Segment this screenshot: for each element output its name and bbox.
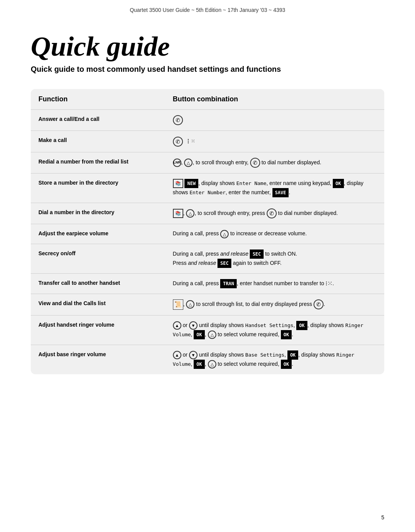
table-row: Dial a number in the directory 📚, △, to … [31,203,384,224]
ok-btn-base1: OK [287,350,298,360]
down-icon-base: ▼ [189,351,198,359]
combination-cell: During a call, press and release SEC to … [165,244,384,273]
table-row: Adjust base ringer volume ▲ or ▼ until d… [31,345,384,374]
ok-btn-ringer3: OK [281,330,292,339]
keypad-transfer-icon: ⁝⁙ [325,279,332,288]
table-row: Adjust the earpiece volume During a call… [31,224,384,244]
combination-cell: ▲ or ▼ until display shows Base Settings… [165,345,384,374]
function-label: Adjust base ringer volume [31,345,165,374]
table-row: Transfer call to another handset During … [31,273,384,294]
new-button-icon: NEW [184,179,198,188]
col-combination-header: Button combination [165,89,384,110]
directory-icon: 📚 [173,179,183,188]
function-label: Transfer call to another handset [31,273,165,294]
table-row: Adjust handset ringer volume ▲ or ▼ unti… [31,315,384,345]
phone-icon: ✆ [250,158,260,168]
combination-cell: ✆ ⁝ ⁙ [165,131,384,152]
combination-cell: LNR, △, to scroll through entry, ✆ to di… [165,152,384,173]
function-label: Make a call [31,131,165,152]
main-title: Quick guide [31,31,384,62]
table-row: Make a call ✆ ⁝ ⁙ [31,131,384,152]
keypad-icon: ⁝ [187,136,189,147]
combination-cell: ✆ [165,110,384,131]
page-number: 5 [381,514,384,520]
save-button-icon: SAVE [272,188,289,197]
page-header: Quartet 3500 User Guide ~ 5th Edition ~ … [0,0,415,16]
function-label: Answer a call/End a call [31,110,165,131]
scroll-icon: △ [186,209,194,218]
combination-cell: During a call, press TRAN, enter handset… [165,273,384,294]
table-row: Secrecy on/off During a call, press and … [31,244,384,273]
lnr-icon: LNR [173,159,181,167]
scroll-ringer-icon: △ [208,330,216,339]
table-row: Answer a call/End a call ✆ [31,110,384,131]
combination-cell: 📚 NEW, display shows Enter Name, enter n… [165,173,384,203]
function-label: Adjust the earpiece volume [31,224,165,244]
combination-cell: During a call, press △ to increase or de… [165,224,384,244]
subtitle: Quick guide to most commonly used handse… [31,65,384,74]
ok-button-icon: OK [333,179,344,188]
scroll-base-icon: △ [208,360,216,368]
ok-btn-ringer1: OK [296,321,307,330]
table-row: View and dial the Calls list 📜, △ to scr… [31,294,384,316]
col-function-header: Function [31,89,165,110]
combination-cell: ▲ or ▼ until display shows Handset Setti… [165,315,384,345]
function-label: Secrecy on/off [31,244,165,273]
up-icon: ▲ [173,321,181,330]
phone-icon: ✆ [267,208,277,218]
scroll-up-icon: △ [184,159,193,167]
function-label: Adjust handset ringer volume [31,315,165,345]
combination-cell: 📜, △ to scroll through list, to dial ent… [165,294,384,316]
ok-btn-base2: OK [194,360,204,369]
ok-btn-ringer2: OK [194,330,204,339]
function-label: Dial a number in the directory [31,203,165,224]
down-icon: ▼ [189,321,198,330]
guide-table: Function Button combination Answer a cal… [31,89,384,374]
scroll-calls-icon: △ [186,300,194,309]
combination-cell: 📚, △, to scroll through entry, press ✆ t… [165,203,384,224]
calls-list-icon: 📜 [173,299,183,310]
tran-button-icon: TRAN [220,279,237,288]
table-row: Redial a number from the redial list LNR… [31,152,384,173]
phone-icon: ✆ [173,115,183,125]
table-row: Store a number in the directory 📚 NEW, d… [31,173,384,203]
title-section: Quick guide Quick guide to most commonly… [31,31,384,74]
sec-button-icon-2: SEC [217,259,231,268]
function-label: View and dial the Calls list [31,294,165,316]
up-icon-base: ▲ [173,351,181,359]
directory-icon-2: 📚 [173,209,183,218]
function-label: Redial a number from the redial list [31,152,165,173]
phone-icon: ✆ [173,137,183,147]
scroll-vol-icon: △ [220,230,229,238]
ok-btn-base3: OK [281,360,292,369]
function-label: Store a number in the directory [31,173,165,203]
phone-icon: ✆ [314,299,324,309]
sec-button-icon: SEC [250,249,264,259]
